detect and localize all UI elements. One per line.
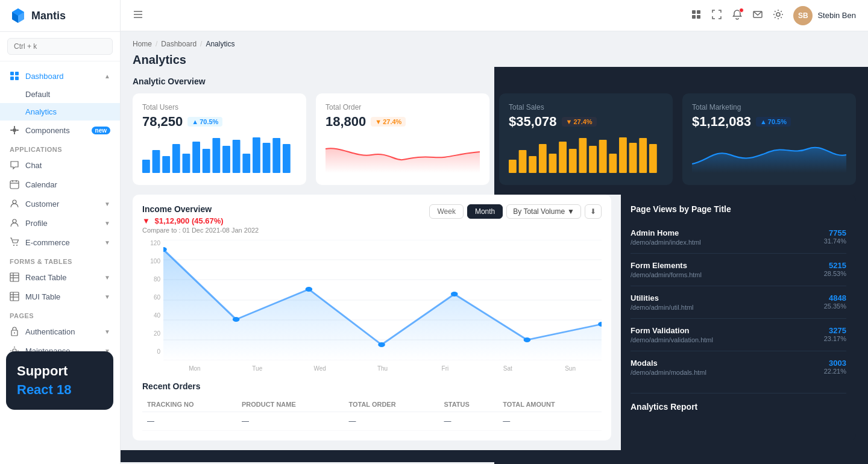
pv-title-4: Form Validation (631, 326, 690, 335)
pv-count-3: 4848 (829, 293, 846, 303)
profile-label: Profile (25, 219, 48, 228)
svg-rect-36 (692, 10, 696, 14)
pv-count-2: 5215 (829, 261, 846, 270)
sidebar-item-profile[interactable]: Profile ▼ (0, 213, 120, 233)
week-button[interactable]: Week (429, 204, 463, 219)
col-product: PRODUCT NAME (237, 397, 344, 412)
svg-point-82 (378, 342, 385, 347)
user-name: Stebin Ben (817, 11, 856, 20)
sidebar: Mantis Dashboard ▲ Default (0, 0, 121, 464)
mantis-logo-icon (10, 7, 27, 24)
svg-rect-64 (579, 138, 587, 173)
page-view-item-4: Form Validation 3275 /demo/admin/validat… (631, 319, 846, 351)
total-sales-value: $35,078 (509, 114, 557, 130)
card-total-marketing: Total Marketing $1,12,083 ▲ 70.5% (682, 93, 856, 185)
download-icon: ⬇ (590, 207, 596, 216)
svg-rect-69 (629, 143, 637, 173)
card-total-order: Total Order 18,800 ▼ 27.4% (316, 93, 489, 185)
sidebar-item-calendar[interactable]: Calendar (0, 175, 120, 194)
grid-icon[interactable] (691, 9, 702, 22)
svg-rect-68 (619, 137, 627, 173)
svg-rect-46 (183, 154, 190, 173)
sidebar-item-components[interactable]: Components new (0, 121, 120, 140)
volume-select[interactable]: By Total Volume ▼ (506, 204, 581, 219)
pv-pct-1: 31.74% (824, 237, 846, 246)
svg-rect-53 (253, 137, 260, 173)
svg-rect-71 (649, 144, 657, 173)
sidebar-item-ecommerce[interactable]: E-commerce ▼ (0, 233, 120, 252)
search-input[interactable] (7, 38, 113, 55)
support-popup[interactable]: Support React 18 (6, 351, 113, 410)
total-order-chart (326, 137, 480, 175)
download-button[interactable]: ⬇ (585, 204, 602, 219)
breadcrumb-dashboard[interactable]: Dashboard (161, 40, 197, 48)
total-marketing-badge: ▲ 70.5% (756, 117, 791, 127)
volume-select-label: By Total Volume (513, 207, 565, 216)
sidebar-item-dashboard[interactable]: Dashboard ▲ (0, 66, 120, 86)
menu-toggle-icon[interactable] (133, 9, 143, 22)
svg-rect-49 (212, 138, 220, 173)
sidebar-item-react-table[interactable]: React Table ▼ (0, 268, 120, 287)
pv-title-5: Modals (631, 359, 658, 368)
authentication-chevron: ▼ (104, 328, 110, 335)
svg-rect-0 (10, 72, 14, 75)
settings-icon[interactable] (773, 9, 784, 22)
breadcrumb-home[interactable]: Home (133, 40, 152, 48)
dashboard-icon (10, 71, 19, 81)
svg-point-15 (13, 245, 14, 246)
pv-count-5: 3003 (829, 359, 846, 368)
svg-point-14 (13, 219, 16, 223)
total-order-badge-val: 27.4% (383, 118, 401, 125)
svg-rect-21 (10, 292, 19, 301)
sidebar-item-chat[interactable]: Chat (0, 155, 120, 175)
svg-rect-47 (192, 142, 200, 173)
page-views-title: Page Views by Page Title (631, 204, 846, 214)
svg-rect-3 (15, 77, 19, 80)
svg-rect-7 (14, 126, 15, 128)
total-marketing-value: $1,12,083 (692, 114, 751, 130)
income-value-text: $1,12,900 (45.67%) (155, 216, 224, 225)
notification-icon[interactable] (732, 9, 743, 22)
svg-rect-17 (10, 273, 19, 281)
section-pages: Pages (0, 306, 120, 322)
svg-point-81 (306, 287, 313, 292)
calendar-label: Calendar (25, 180, 57, 189)
topnav-right: SB Stebin Ben (691, 6, 856, 25)
income-controls: Week Month By Total Volume ▼ ⬇ (429, 204, 602, 219)
section-forms: Forms & Tables (0, 252, 120, 268)
svg-rect-5 (10, 130, 13, 131)
total-sales-badge: ▼ 27.4% (562, 117, 597, 127)
user-info[interactable]: SB Stebin Ben (793, 6, 856, 25)
mail-icon[interactable] (752, 9, 763, 22)
customer-chevron: ▼ (104, 201, 110, 207)
sidebar-subitem-analytics[interactable]: Analytics (0, 103, 120, 121)
svg-rect-8 (14, 132, 15, 134)
sidebar-item-authentication[interactable]: Authentication ▼ (0, 322, 120, 341)
pv-url-5: /demo/admin/modals.html (631, 369, 706, 376)
fullscreen-icon[interactable] (711, 9, 722, 22)
page-view-item-3: Utilities 4848 /demo/admin/util.html 25.… (631, 286, 846, 319)
components-label: Components (25, 126, 70, 135)
react-table-label: React Table (25, 273, 66, 282)
month-button[interactable]: Month (467, 204, 503, 219)
svg-rect-39 (697, 15, 700, 19)
pv-pct-5: 22.21% (824, 368, 846, 376)
total-users-label: Total Users (142, 103, 297, 111)
income-overview-card: Income Overview ▼ $1,12,900 (45.67%) Com… (133, 195, 611, 440)
pv-url-1: /demo/admin/index.html (631, 239, 701, 246)
card-total-users: Total Users 78,250 ▲ 70.5% (133, 93, 306, 185)
customer-icon (10, 199, 19, 208)
card-total-sales: Total Sales $35,078 ▼ 27.4% (499, 93, 673, 185)
sidebar-logo[interactable]: Mantis (0, 0, 120, 32)
svg-rect-54 (263, 143, 271, 173)
support-popup-line2: React 18 (17, 382, 102, 398)
total-users-badge: ▲ 70.5% (187, 117, 222, 127)
svg-rect-66 (599, 140, 607, 173)
svg-point-26 (14, 333, 15, 334)
total-order-value: 18,800 (326, 114, 366, 130)
sidebar-item-mui-table[interactable]: MUI Table ▼ (0, 287, 120, 306)
sidebar-item-customer[interactable]: Customer ▼ (0, 194, 120, 213)
total-sales-badge-val: 27.4% (573, 118, 592, 125)
sidebar-subitem-default[interactable]: Default (0, 86, 120, 103)
svg-rect-70 (639, 138, 647, 173)
